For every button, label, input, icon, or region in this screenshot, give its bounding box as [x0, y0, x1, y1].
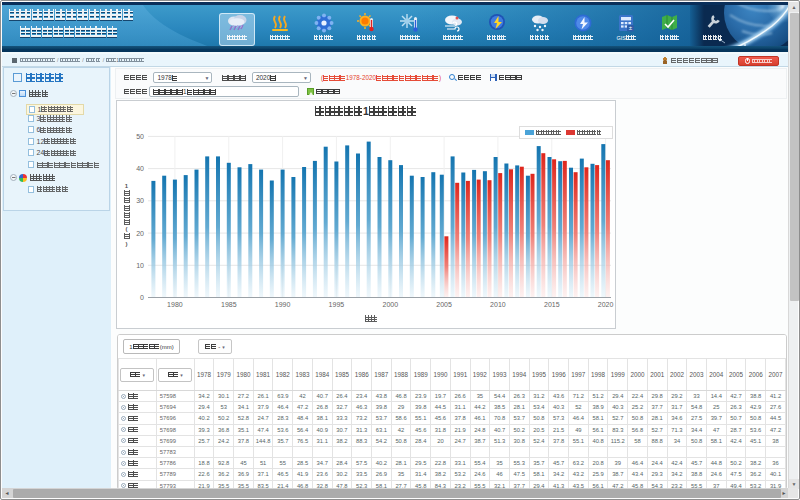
svg-text:30: 30: [136, 197, 144, 204]
svg-text:2010: 2010: [490, 301, 506, 308]
svg-text:2020: 2020: [598, 301, 614, 308]
svg-text:1990: 1990: [275, 301, 291, 308]
svg-text:10: 10: [136, 262, 144, 269]
svg-text:1980: 1980: [167, 301, 183, 308]
svg-text:40: 40: [136, 165, 144, 172]
svg-text:1995: 1995: [329, 301, 345, 308]
svg-text:50: 50: [136, 133, 144, 140]
svg-text:2005: 2005: [436, 301, 452, 308]
svg-text:2015: 2015: [544, 301, 560, 308]
svg-text:2000: 2000: [383, 301, 399, 308]
svg-text:20: 20: [136, 230, 144, 237]
svg-text:1985: 1985: [221, 301, 237, 308]
svg-text:0: 0: [140, 294, 144, 301]
